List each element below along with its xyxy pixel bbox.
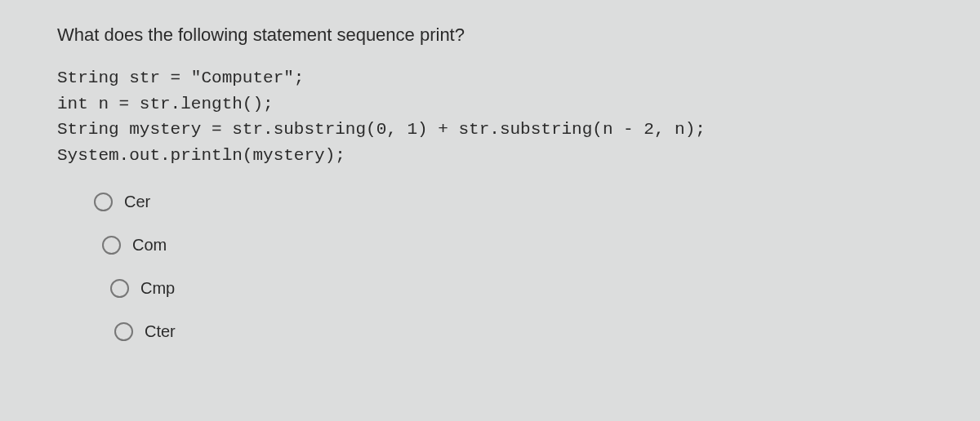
code-snippet: String str = "Computer"; int n = str.len… — [57, 65, 923, 168]
option-cer[interactable]: Cer — [94, 193, 923, 211]
radio-icon — [110, 279, 129, 298]
option-label: Cmp — [140, 279, 175, 298]
option-cter[interactable]: Cter — [94, 322, 923, 341]
options-group: Cer Com Cmp Cter — [57, 193, 923, 341]
option-label: Cer — [124, 193, 150, 211]
option-label: Cter — [145, 322, 176, 341]
radio-icon — [94, 193, 113, 211]
option-com[interactable]: Com — [94, 236, 923, 255]
radio-icon — [102, 236, 121, 255]
option-cmp[interactable]: Cmp — [94, 279, 923, 298]
question-prompt: What does the following statement sequen… — [57, 24, 923, 46]
radio-icon — [114, 322, 133, 341]
option-label: Com — [132, 236, 167, 255]
